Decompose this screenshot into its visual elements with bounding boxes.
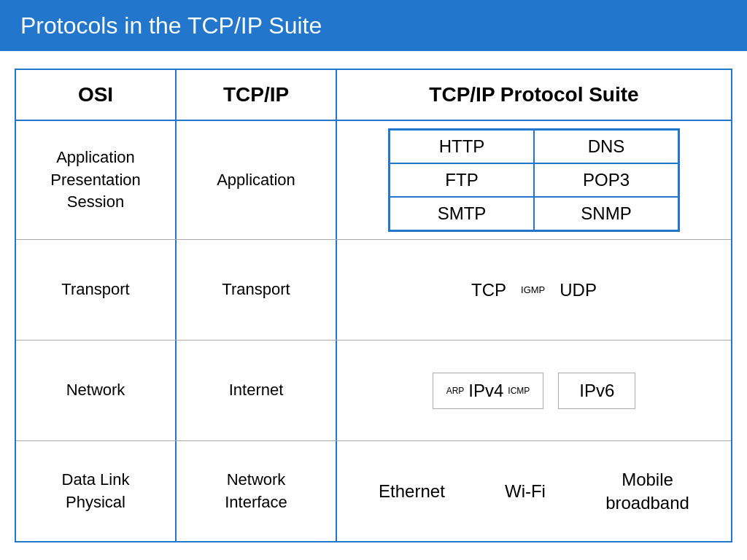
igmp-label: IGMP [521, 284, 545, 295]
ipv4-label: IPv4 [468, 381, 503, 401]
osi-transport-cell: Transport [16, 240, 177, 340]
suite-transport-cell: TCP IGMP UDP [337, 240, 731, 340]
tcpip-column-header: TCP/IP [177, 70, 337, 120]
mobile-broadband-label: Mobilebroadband [605, 468, 689, 513]
datalink-protocols: Ethernet Wi-Fi Mobilebroadband [349, 468, 719, 513]
page-header: Protocols in the TCP/IP Suite [0, 0, 747, 51]
osi-column-header: OSI [16, 70, 177, 120]
datalink-row: Data LinkPhysical NetworkInterface Ether… [16, 441, 731, 541]
osi-datalink-cell: Data LinkPhysical [16, 441, 177, 541]
suite-internet-cell: ARP IPv4 ICMP IPv6 [337, 341, 731, 440]
icmp-label: ICMP [508, 386, 530, 396]
snmp-cell: SNMP [534, 197, 678, 230]
transport-protocols: TCP IGMP UDP [349, 280, 719, 300]
tcpip-transport-cell: Transport [177, 240, 337, 340]
tcpip-internet-cell: Internet [177, 341, 337, 440]
osi-network-cell: Network [16, 341, 177, 440]
application-row: ApplicationPresentationSession Applicati… [16, 121, 731, 240]
network-row: Network Internet ARP IPv4 ICMP IPv6 [16, 341, 731, 441]
table-header-row: OSI TCP/IP TCP/IP Protocol Suite [16, 70, 731, 121]
wifi-label: Wi-Fi [505, 481, 546, 502]
ipv4-box: ARP IPv4 ICMP [433, 373, 544, 409]
page-title: Protocols in the TCP/IP Suite [20, 12, 322, 39]
tcpip-application-cell: Application [177, 121, 337, 239]
dns-cell: DNS [534, 130, 678, 163]
smtp-cell: SMTP [390, 197, 534, 230]
internet-protocols: ARP IPv4 ICMP IPv6 [349, 373, 719, 409]
udp-label: UDP [560, 280, 597, 300]
http-cell: HTTP [390, 130, 534, 163]
ipv6-box: IPv6 [558, 373, 635, 409]
arp-label: ARP [446, 386, 465, 396]
ipv6-label: IPv6 [579, 381, 614, 400]
suite-column-header: TCP/IP Protocol Suite [337, 70, 731, 120]
tcpip-networkinterface-cell: NetworkInterface [177, 441, 337, 541]
ftp-cell: FTP [390, 163, 534, 197]
protocol-table: OSI TCP/IP TCP/IP Protocol Suite Applica… [15, 69, 732, 542]
tcp-label: TCP [471, 280, 506, 300]
transport-row: Transport Transport TCP IGMP UDP [16, 240, 731, 341]
application-protocols-grid: HTTP DNS FTP POP3 SMTP SNMP [388, 128, 680, 232]
osi-application-cell: ApplicationPresentationSession [16, 121, 177, 239]
pop3-cell: POP3 [534, 163, 678, 197]
ethernet-label: Ethernet [379, 481, 445, 502]
suite-datalink-cell: Ethernet Wi-Fi Mobilebroadband [337, 441, 731, 541]
suite-application-cell: HTTP DNS FTP POP3 SMTP SNMP [337, 121, 731, 239]
main-content: OSI TCP/IP TCP/IP Protocol Suite Applica… [0, 51, 747, 560]
